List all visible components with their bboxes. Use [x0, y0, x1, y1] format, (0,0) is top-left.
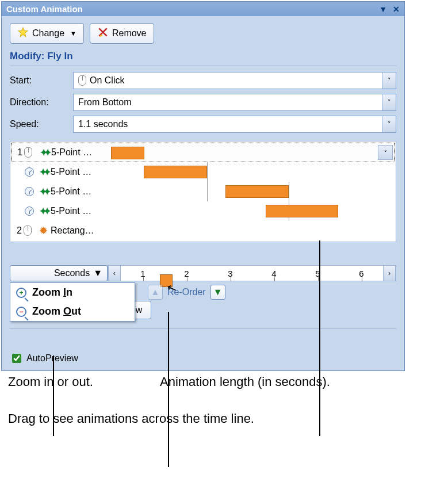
zoom-out-icon: [16, 307, 26, 317]
chevron-down-icon: ˅: [382, 72, 396, 89]
direction-value: From Bottom: [78, 97, 131, 108]
duration-bar[interactable]: [144, 166, 207, 178]
direction-label: Direction:: [10, 97, 73, 108]
timeline-unit-button[interactable]: Seconds ▼: [10, 265, 108, 281]
custom-animation-pane: Custom Animation ▼ ✕ Change ▼ Remove Mod…: [1, 1, 405, 371]
speed-value: 1.1 seconds: [78, 119, 128, 129]
clock-icon: [23, 207, 36, 216]
auto-preview-checkbox[interactable]: AutoPreview: [10, 352, 396, 365]
direction-select[interactable]: From Bottom ˅: [73, 94, 396, 111]
timeline-bar-area: [110, 162, 395, 182]
timeline-area: Seconds ▼ ‹ 123456 ↖ › Zoom In: [10, 265, 396, 300]
emphasis-effect-icon: ✹: [36, 224, 51, 237]
entrance-effect-icon: ✦✦: [36, 205, 51, 217]
auto-preview-input[interactable]: [12, 354, 21, 363]
menu-dropdown-icon[interactable]: ▼: [379, 5, 387, 14]
animation-item-label: 5-Point …: [51, 206, 110, 216]
toolbar: Change ▼ Remove: [10, 23, 396, 44]
duration-bar[interactable]: [111, 147, 144, 159]
animation-list-item[interactable]: 1✦✦5-Point …˅: [12, 143, 395, 162]
callouts: Zoom in or out. Animation length (in sec…: [0, 372, 448, 476]
animation-list-item[interactable]: ✦✦5-Point …: [12, 162, 395, 182]
sequence-number: 2: [12, 225, 23, 236]
titlebar: Custom Animation ▼ ✕: [2, 2, 404, 16]
entrance-effect-icon: ✦✦: [36, 186, 51, 198]
start-label: Start:: [10, 75, 73, 86]
timeline-bar-area: [110, 221, 395, 240]
callout-length: Animation length (in seconds).: [160, 374, 330, 389]
item-menu-button[interactable]: ˅: [378, 145, 393, 160]
chevron-down-icon: ˅: [382, 116, 396, 132]
zoom-in-label: Zoom In: [32, 286, 72, 299]
animation-item-label: 5-Point …: [51, 186, 110, 197]
close-icon[interactable]: ✕: [393, 5, 400, 14]
arrow-down-icon: ▼: [213, 287, 223, 297]
auto-preview-label: AutoPreview: [26, 353, 78, 364]
chevron-down-icon: ▼: [93, 268, 102, 278]
entrance-effect-icon: ✦✦: [36, 166, 51, 178]
remove-label: Remove: [112, 28, 147, 39]
sequence-number: 1: [12, 147, 24, 158]
clock-icon: [23, 167, 36, 177]
entrance-effect-icon: ✦✦: [36, 147, 51, 159]
zoom-out-item[interactable]: Zoom Out: [10, 302, 135, 321]
svg-marker-0: [18, 28, 28, 37]
change-effect-button[interactable]: Change ▼: [10, 23, 84, 44]
modify-heading: Modify: Fly In: [10, 51, 396, 62]
speed-label: Speed:: [10, 119, 73, 129]
mouse-icon: [24, 147, 36, 158]
animation-list-item[interactable]: 2✹Rectang…: [12, 221, 395, 240]
callout-drag: Drag to see animations across the time l…: [8, 411, 254, 426]
duration-bar[interactable]: [225, 185, 289, 198]
reorder-up-button[interactable]: ▲: [148, 285, 163, 300]
chevron-down-icon: ▼: [70, 30, 76, 37]
animation-list: 1✦✦5-Point …˅✦✦5-Point …✦✦5-Point …✦✦5-P…: [10, 141, 396, 242]
mouse-icon: [23, 225, 36, 236]
start-select[interactable]: On Click ˅: [73, 72, 396, 89]
zoom-in-icon: [16, 288, 26, 298]
star-icon: [17, 26, 29, 40]
animation-item-label: 5-Point …: [51, 147, 111, 158]
divider: [10, 66, 396, 66]
remove-effect-button[interactable]: Remove: [90, 23, 154, 44]
zoom-in-item[interactable]: Zoom In: [10, 283, 135, 302]
animation-item-label: Rectang…: [51, 225, 110, 236]
pane-title: Custom Animation: [6, 4, 83, 14]
scroll-left-button[interactable]: ‹: [108, 266, 121, 281]
animation-list-item[interactable]: ✦✦5-Point …: [12, 201, 395, 221]
arrow-up-icon: ▲: [151, 287, 160, 297]
remove-icon: [97, 26, 109, 40]
scroll-right-button[interactable]: ›: [383, 266, 396, 281]
reorder-label: Re-Order: [167, 287, 206, 297]
timeline-bar-area: [110, 201, 395, 221]
zoom-out-label: Zoom Out: [32, 305, 81, 318]
unit-label: Seconds: [54, 268, 90, 278]
timeline-bar-area: [111, 143, 378, 162]
chevron-down-icon: ˅: [382, 94, 396, 110]
start-value: On Click: [90, 75, 124, 86]
speed-select[interactable]: 1.1 seconds ˅: [73, 116, 396, 133]
zoom-menu: Zoom In Zoom Out: [10, 282, 135, 322]
timeline-ruler[interactable]: ‹ 123456 ↖ ›: [108, 265, 396, 281]
clock-icon: [23, 187, 36, 196]
timeline-bar-area: [110, 182, 395, 201]
animation-item-label: 5-Point …: [51, 167, 110, 177]
animation-list-item[interactable]: ✦✦5-Point …: [12, 182, 395, 201]
callout-zoom: Zoom in or out.: [8, 374, 93, 389]
divider: [10, 328, 396, 329]
duration-bar[interactable]: [266, 205, 338, 217]
reorder-down-button[interactable]: ▼: [210, 285, 225, 300]
mouse-icon: [78, 75, 86, 86]
change-label: Change: [32, 28, 64, 39]
